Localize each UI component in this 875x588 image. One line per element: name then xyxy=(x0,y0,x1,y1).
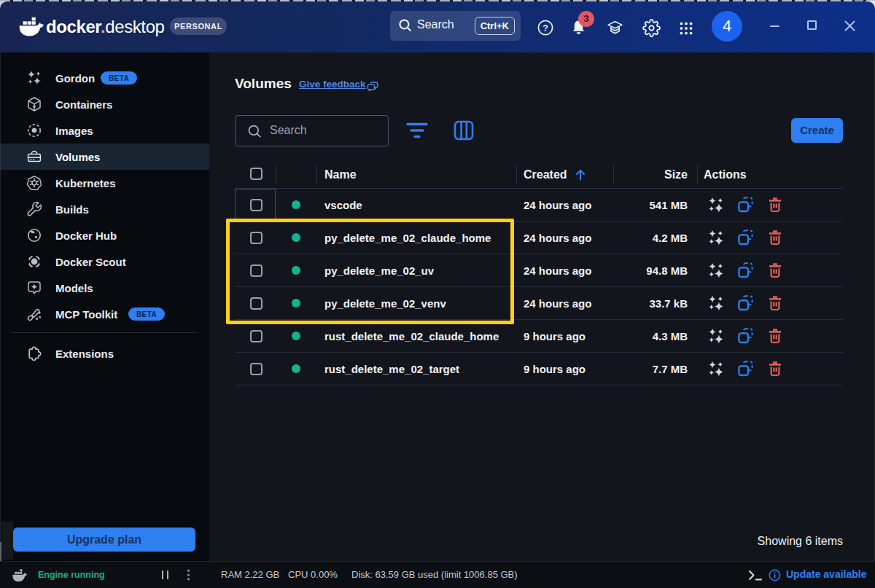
svg-text:?: ? xyxy=(542,23,548,34)
